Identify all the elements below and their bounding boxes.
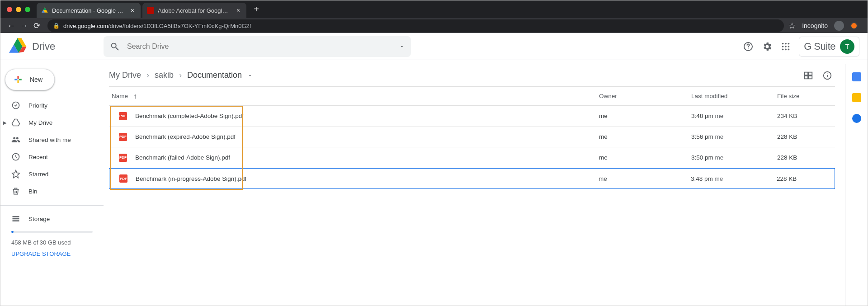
file-owner: me — [599, 133, 691, 140]
pdf-icon: PDF — [119, 174, 127, 183]
svg-rect-17 — [13, 218, 19, 220]
apps-grid-icon[interactable] — [781, 42, 791, 52]
address-bar[interactable]: 🔒 drive.google.com/drive/folders/1D3fLOA… — [47, 19, 784, 32]
priority-icon — [11, 101, 20, 110]
breadcrumb-segment[interactable]: sakib — [155, 71, 174, 80]
layout-toggle-icon[interactable] — [803, 71, 813, 80]
svg-point-7 — [788, 42, 790, 44]
settings-gear-icon[interactable] — [762, 41, 773, 52]
sidebar-item-my-drive[interactable]: ▶ My Drive — [0, 114, 104, 131]
file-size: 228 KB — [777, 175, 835, 182]
breadcrumb-current[interactable]: Documentation — [187, 71, 242, 80]
upgrade-storage-link[interactable]: UPGRADE STORAGE — [0, 249, 81, 259]
storage-progress — [11, 231, 93, 233]
file-list: PDFBenchmark (completed-Adobe Sign).pdfm… — [109, 106, 835, 189]
sidebar-item-label: Bin — [28, 188, 38, 195]
lock-icon: 🔒 — [53, 23, 60, 29]
sidebar-item-recent[interactable]: Recent — [0, 148, 104, 165]
svg-point-8 — [782, 46, 784, 47]
breadcrumb: My Drive › sakib › Documentation — [109, 64, 835, 87]
file-size: 228 KB — [777, 154, 835, 161]
close-tab-icon[interactable]: × — [129, 7, 136, 14]
svg-rect-21 — [805, 75, 808, 78]
gsuite-badge[interactable]: G Suite T — [799, 37, 859, 56]
new-tab-button[interactable]: + — [250, 3, 263, 16]
svg-marker-1 — [43, 7, 47, 10]
file-list-header: Name ↑ Owner Last modified File size — [109, 87, 835, 106]
col-name-label: Name — [112, 93, 128, 99]
tab-title: Adobe Acrobat for Google Driv — [158, 7, 231, 14]
dropdown-caret-icon[interactable] — [247, 73, 253, 78]
col-header-modified[interactable]: Last modified — [691, 93, 777, 99]
mac-window-controls[interactable] — [0, 7, 37, 12]
divider — [0, 205, 104, 206]
col-header-name[interactable]: Name ↑ — [109, 92, 599, 100]
dropdown-caret-icon[interactable] — [399, 44, 405, 49]
maximize-window-button[interactable] — [25, 7, 30, 12]
profile-indicator-icon[interactable] — [850, 22, 858, 29]
sidebar-item-bin[interactable]: Bin — [0, 183, 104, 200]
mydrive-icon — [11, 118, 20, 127]
sidebar-item-label: Storage — [28, 216, 50, 222]
file-row[interactable]: PDFBenchmark (in-progress-Adobe Sign).pd… — [109, 168, 835, 189]
file-name: Benchmark (completed-Adobe Sign).pdf — [135, 113, 244, 119]
expand-caret-icon[interactable]: ▶ — [3, 120, 7, 125]
close-window-button[interactable] — [7, 7, 12, 12]
acrobat-favicon-icon — [147, 7, 154, 14]
svg-rect-20 — [809, 72, 812, 75]
account-avatar[interactable]: T — [840, 39, 854, 54]
new-button[interactable]: New — [5, 69, 55, 90]
file-row[interactable]: PDFBenchmark (completed-Adobe Sign).pdfm… — [109, 106, 835, 127]
svg-point-4 — [748, 48, 749, 49]
sidebar-item-priority[interactable]: Priority — [0, 97, 104, 114]
sort-asc-icon[interactable]: ↑ — [133, 92, 137, 100]
storage-icon — [11, 214, 20, 223]
minimize-window-button[interactable] — [16, 7, 21, 12]
file-row[interactable]: PDFBenchmark (expired-Adobe Sign).pdfme3… — [109, 127, 835, 147]
calendar-addon-icon[interactable] — [852, 72, 861, 81]
file-modified: 3:48 pm me — [691, 175, 777, 182]
file-modified: 3:48 pm me — [691, 113, 777, 119]
storage-usage-text: 458 MB of 30 GB used — [0, 236, 104, 249]
plus-icon — [12, 73, 24, 86]
browser-tab[interactable]: Adobe Acrobat for Google Driv × — [142, 3, 246, 18]
search-box[interactable] — [104, 36, 411, 57]
browser-tab-active[interactable]: Documentation - Google Drive × — [37, 3, 141, 18]
svg-rect-22 — [809, 75, 812, 78]
reload-button[interactable]: ⟳ — [30, 21, 43, 31]
url-host: drive.google.com — [63, 23, 108, 29]
back-button[interactable]: ← — [5, 21, 18, 31]
recent-icon — [11, 152, 20, 161]
file-row[interactable]: PDFBenchmark (failed-Adobe Sign).pdfme3:… — [109, 147, 835, 168]
sidebar-item-label: Recent — [28, 154, 48, 160]
keep-addon-icon[interactable] — [852, 93, 861, 102]
sidebar-item-starred[interactable]: Starred — [0, 165, 104, 183]
gsuite-label: G Suite — [804, 41, 835, 52]
col-header-size[interactable]: File size — [777, 93, 835, 99]
close-tab-icon[interactable]: × — [235, 7, 242, 14]
svg-point-25 — [827, 73, 827, 74]
svg-point-11 — [782, 48, 784, 50]
trash-icon — [11, 187, 20, 196]
sidebar: New Priority ▶ My Drive Shared with me R… — [0, 33, 104, 306]
sidebar-item-storage[interactable]: Storage — [0, 210, 104, 227]
file-modified: 3:56 pm me — [691, 133, 777, 140]
col-header-owner[interactable]: Owner — [599, 93, 691, 99]
forward-button[interactable]: → — [18, 21, 30, 31]
incognito-label: Incognito — [802, 22, 828, 29]
details-info-icon[interactable] — [822, 71, 832, 80]
help-icon[interactable] — [743, 41, 754, 52]
sidebar-item-label: Shared with me — [28, 137, 71, 143]
bookmark-star-icon[interactable]: ☆ — [788, 21, 796, 31]
file-size: 234 KB — [777, 113, 835, 119]
avatar-letter: T — [845, 42, 849, 50]
file-owner: me — [599, 154, 691, 161]
search-input[interactable] — [127, 42, 392, 51]
breadcrumb-segment[interactable]: My Drive — [109, 71, 141, 80]
browser-toolbar: ← → ⟳ 🔒 drive.google.com/drive/folders/1… — [0, 18, 868, 33]
file-owner: me — [599, 175, 691, 182]
sidebar-item-shared[interactable]: Shared with me — [0, 131, 104, 148]
drive-favicon-icon — [41, 7, 48, 14]
tasks-addon-icon[interactable] — [852, 114, 861, 123]
file-name: Benchmark (failed-Adobe Sign).pdf — [135, 154, 230, 161]
